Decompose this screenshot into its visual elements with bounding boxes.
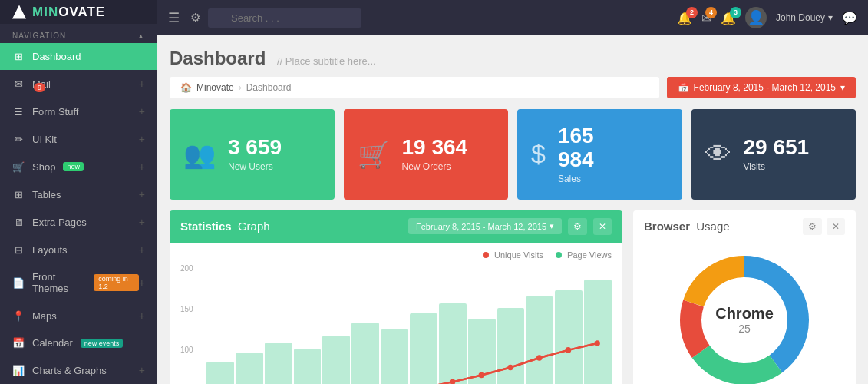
- message-btn[interactable]: ✉ 4: [701, 11, 711, 25]
- search-wrapper: 🔍: [208, 8, 361, 28]
- mail-badge: 9: [34, 83, 45, 92]
- users-icon: 👥: [183, 139, 216, 170]
- shop-icon: 🛒: [12, 161, 25, 173]
- hamburger-icon[interactable]: ☰: [168, 10, 180, 26]
- sidebar-item-maps[interactable]: 📍 Maps +: [0, 302, 157, 329]
- stat-number: 165984: [558, 124, 594, 172]
- layouts-icon: ⊟: [12, 244, 25, 256]
- unique-visits-dot: [483, 252, 489, 258]
- user-menu[interactable]: John Douey ▾: [776, 12, 833, 23]
- avatar: 👤: [745, 7, 767, 28]
- sidebar-item-ui-kit[interactable]: ✏ UI Kit +: [0, 125, 157, 153]
- sidebar-item-dashboard[interactable]: ⊞ Dashboard: [0, 43, 157, 70]
- shop-badge: new: [63, 162, 84, 171]
- expand-icon[interactable]: +: [139, 105, 145, 118]
- tables-icon: ⊞: [12, 189, 25, 200]
- legend-pageviews: Page Views: [556, 250, 612, 260]
- user-name: John Douey: [776, 12, 825, 23]
- sidebar-item-form-stuff[interactable]: ☰ Form Stuff +: [0, 98, 157, 125]
- cart-icon: 🛒: [358, 139, 390, 170]
- chevron-down-icon: ▾: [840, 82, 845, 93]
- page-title: Dashboard // Place subtitle here...: [170, 48, 856, 69]
- stat-label: New Orders: [402, 161, 468, 172]
- expand-icon[interactable]: +: [139, 243, 145, 256]
- graph-settings-btn[interactable]: ⚙: [568, 218, 587, 235]
- graph-header: Statistics Graph February 8, 2015 - Marc…: [170, 210, 622, 243]
- expand-icon[interactable]: +: [139, 188, 145, 200]
- stat-label: Visits: [744, 161, 810, 172]
- home-icon: 🏠: [180, 82, 192, 93]
- bottom-row: Statistics Graph February 8, 2015 - Marc…: [170, 210, 856, 384]
- calendar-icon: 📅: [678, 82, 689, 93]
- expand-icon[interactable]: +: [139, 78, 145, 90]
- graph-area: 200 150 100 50: [180, 264, 612, 384]
- sidebar-item-label: Front Themes: [32, 271, 86, 294]
- sidebar-item-charts[interactable]: 📊 Charts & Graphs +: [0, 356, 157, 384]
- svg-point-8: [450, 379, 456, 384]
- sidebar-item-label: Layouts: [32, 244, 68, 256]
- calendar-icon: 📅: [12, 337, 25, 349]
- sidebar-item-tables[interactable]: ⊞ Tables +: [0, 180, 157, 208]
- dashboard-icon: ⊞: [12, 51, 25, 62]
- stat-card-sales: $ 165984 Sales: [517, 109, 682, 200]
- expand-icon[interactable]: +: [139, 161, 145, 173]
- date-range-btn[interactable]: 📅 February 8, 2015 - March 12, 2015 ▾: [667, 77, 856, 98]
- breadcrumb-home[interactable]: Minovate: [196, 82, 234, 93]
- stat-label: New Users: [228, 161, 282, 172]
- stat-label: Sales: [558, 174, 594, 184]
- line-chart: [206, 264, 612, 384]
- sidebar-item-shop[interactable]: 🛒 Shop new +: [0, 153, 157, 180]
- sidebar-item-extra-pages[interactable]: 🖥 Extra Pages +: [0, 208, 157, 236]
- notification-bell-btn[interactable]: 🔔 2: [677, 11, 692, 25]
- message-badge: 4: [705, 7, 717, 18]
- calendar-badge: new events: [81, 339, 124, 348]
- date-range-label: February 8, 2015 - March 12, 2015: [694, 82, 836, 93]
- graph-legend: Unique Visits Page Views: [180, 250, 612, 260]
- browser-settings-btn[interactable]: ⚙: [803, 218, 822, 235]
- graph-title: Statistics Graph: [180, 220, 270, 233]
- sidebar-item-calendar[interactable]: 📅 Calendar new events: [0, 329, 157, 356]
- graph-header-right: February 8, 2015 - March 12, 2015 ▾ ⚙ ✕: [408, 218, 612, 235]
- mail-icon: ✉: [12, 78, 25, 90]
- bell-badge: 2: [686, 7, 698, 18]
- sidebar-item-label: Dashboard: [32, 51, 81, 62]
- sidebar-item-layouts[interactable]: ⊟ Layouts +: [0, 236, 157, 263]
- stat-number: 29 651: [744, 136, 810, 160]
- main-area: ☰ ⚙ 🔍 🔔 2 ✉ 4 🔔 3 👤 John Douey: [157, 0, 868, 384]
- browser-usage-card: Browser Usage ⚙ ✕: [633, 210, 856, 384]
- stat-card-users: 👥 3 659 New Users: [170, 109, 335, 200]
- settings-icon[interactable]: ⚙: [190, 11, 200, 25]
- form-icon: ☰: [12, 106, 25, 118]
- chevron-down-icon: ▾: [550, 221, 554, 231]
- expand-icon[interactable]: +: [139, 133, 145, 145]
- alert-badge: 3: [730, 7, 741, 18]
- expand-icon[interactable]: +: [139, 364, 145, 376]
- search-input[interactable]: [208, 8, 361, 28]
- logo-text: MINOVATE: [32, 5, 105, 20]
- expand-icon[interactable]: +: [139, 310, 145, 322]
- nav-collapse-arrow[interactable]: ▲: [137, 32, 145, 40]
- breadcrumb: 🏠 Minovate › Dashboard: [170, 77, 659, 98]
- svg-point-11: [536, 355, 543, 361]
- browser-close-btn[interactable]: ✕: [827, 218, 845, 235]
- expand-icon[interactable]: +: [139, 276, 145, 289]
- sidebar: MINOVATE NAVIGATION ▲ ⊞ Dashboard ✉ 9 Ma…: [0, 0, 157, 384]
- sidebar-item-mail[interactable]: ✉ 9 Mail +: [0, 70, 157, 98]
- sidebar-item-label: Form Stuff: [32, 106, 78, 118]
- sidebar-item-label: Maps: [32, 310, 57, 322]
- graph-date-btn[interactable]: February 8, 2015 - March 12, 2015 ▾: [408, 218, 562, 234]
- page-views-dot: [556, 252, 562, 258]
- chat-icon[interactable]: 💬: [842, 11, 857, 25]
- chevron-down-icon: ▾: [828, 12, 833, 23]
- sidebar-item-label: Charts & Graphs: [32, 365, 107, 376]
- logo-brand: MIN: [32, 5, 58, 19]
- breadcrumb-bar: 🏠 Minovate › Dashboard 📅 February 8, 201…: [170, 77, 856, 98]
- alert-btn[interactable]: 🔔 3: [721, 11, 736, 25]
- expand-icon[interactable]: +: [139, 216, 145, 228]
- sidebar-item-front-themes[interactable]: 📄 Front Themes coming in 1.2 +: [0, 263, 157, 302]
- graph-close-btn[interactable]: ✕: [593, 218, 612, 235]
- uikit-icon: ✏: [12, 134, 25, 145]
- svg-point-13: [594, 340, 600, 346]
- dollar-icon: $: [531, 139, 546, 169]
- browser-name: Chrome: [715, 305, 774, 323]
